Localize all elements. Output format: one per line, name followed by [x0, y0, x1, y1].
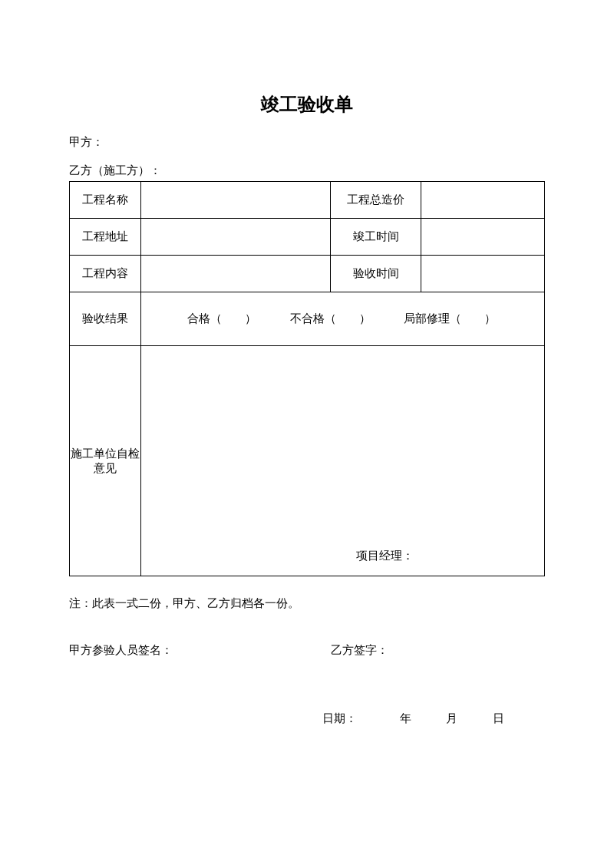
month-label: 月 — [446, 711, 457, 726]
cell-completion-time-value[interactable] — [421, 219, 545, 256]
cell-content-value[interactable] — [140, 256, 331, 292]
result-fail-option[interactable]: 不合格（ ） — [290, 312, 371, 326]
cell-total-price-value[interactable] — [421, 182, 545, 219]
year-label: 年 — [400, 711, 411, 726]
table-row: 工程内容 验收时间 — [70, 256, 545, 292]
cell-address-label: 工程地址 — [70, 219, 141, 256]
page-title: 竣工验收单 — [69, 92, 545, 117]
cell-acceptance-time-label: 验收时间 — [331, 256, 421, 292]
date-label: 日期： — [322, 711, 357, 726]
cell-address-value[interactable] — [140, 219, 331, 256]
date-line: 日期： 年 月 日 — [69, 711, 545, 726]
cell-acceptance-time-value[interactable] — [421, 256, 545, 292]
cell-result-options[interactable]: 合格（ ） 不合格（ ） 局部修理（ ） — [140, 292, 544, 346]
table-row: 验收结果 合格（ ） 不合格（ ） 局部修理（ ） — [70, 292, 545, 346]
party-b-label: 乙方（施工方）： — [69, 163, 545, 178]
project-manager-label: 项目经理： — [356, 549, 414, 563]
table-row: 工程名称 工程总造价 — [70, 182, 545, 219]
party-a-label: 甲方： — [69, 135, 545, 150]
cell-project-name-label: 工程名称 — [70, 182, 141, 219]
cell-result-label: 验收结果 — [70, 292, 141, 346]
cell-self-inspection-label: 施工单位自检意见 — [70, 346, 141, 576]
cell-project-name-value[interactable] — [140, 182, 331, 219]
party-b-signature-label: 乙方签字： — [331, 643, 545, 658]
signature-row: 甲方参验人员签名： 乙方签字： — [69, 643, 545, 658]
form-table: 工程名称 工程总造价 工程地址 竣工时间 工程内容 验收时间 验收结果 合格（ … — [69, 181, 545, 576]
result-partial-option[interactable]: 局部修理（ ） — [404, 312, 496, 326]
cell-self-inspection-value[interactable]: 项目经理： — [140, 346, 544, 576]
day-label: 日 — [493, 711, 504, 726]
table-row: 工程地址 竣工时间 — [70, 219, 545, 256]
page-container: 竣工验收单 甲方： 乙方（施工方）： 工程名称 工程总造价 工程地址 竣工时间 … — [0, 0, 614, 772]
cell-content-label: 工程内容 — [70, 256, 141, 292]
table-row: 施工单位自检意见 项目经理： — [70, 346, 545, 576]
cell-total-price-label: 工程总造价 — [331, 182, 421, 219]
cell-completion-time-label: 竣工时间 — [331, 219, 421, 256]
result-pass-option[interactable]: 合格（ ） — [187, 312, 256, 326]
party-a-signature-label: 甲方参验人员签名： — [69, 643, 331, 658]
footnote: 注：此表一式二份，甲方、乙方归档各一份。 — [69, 596, 545, 611]
